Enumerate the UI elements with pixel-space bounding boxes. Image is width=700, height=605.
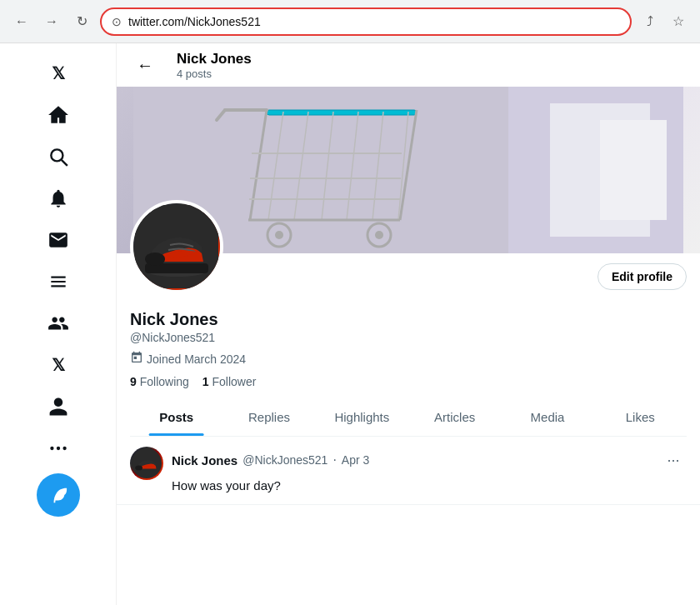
profile-handle: @NickJones521 bbox=[130, 331, 687, 344]
browser-action-buttons: ⤴ ☆ bbox=[638, 10, 690, 33]
profile-display-name: Nick Jones bbox=[130, 310, 687, 329]
profile-header-bar: ← Nick Jones 4 posts bbox=[117, 43, 700, 87]
reload-icon: ↻ bbox=[77, 13, 88, 29]
tweet-separator: · bbox=[332, 452, 336, 468]
more-circle-icon bbox=[48, 438, 69, 459]
forward-nav-button[interactable]: → bbox=[40, 10, 63, 33]
tab-posts[interactable]: Posts bbox=[130, 398, 222, 436]
profile-tabs: Posts Replies Highlights Articles Media … bbox=[130, 398, 687, 437]
person-icon bbox=[48, 396, 69, 418]
x-logo-icon: 𝕏 bbox=[52, 63, 65, 83]
site-icon: ⊙ bbox=[112, 15, 122, 28]
download-button[interactable]: ⤴ bbox=[638, 10, 662, 33]
tweet-avatar bbox=[130, 447, 163, 480]
svg-rect-9 bbox=[267, 110, 417, 115]
joined-text: Joined March 2024 bbox=[147, 352, 246, 366]
back-arrow-icon: ← bbox=[15, 14, 28, 29]
back-nav-button[interactable]: ← bbox=[10, 10, 33, 33]
back-icon: ← bbox=[137, 56, 153, 75]
forward-arrow-icon: → bbox=[45, 14, 58, 29]
profile-info-section: Edit profile Nick Jones @NickJones521 Jo… bbox=[117, 253, 700, 437]
tweet-author-name: Nick Jones bbox=[172, 453, 238, 468]
sidebar-item-x-logo[interactable]: 𝕏 bbox=[38, 53, 78, 93]
svg-point-4 bbox=[62, 447, 66, 450]
svg-point-34 bbox=[135, 466, 142, 471]
url-text: twitter.com/NickJones521 bbox=[128, 15, 620, 28]
tweet-content: Nick Jones @NickJones521 · Apr 3 ··· How… bbox=[172, 447, 687, 494]
sidebar-item-notifications[interactable] bbox=[38, 178, 78, 218]
premium-x-icon: 𝕏 bbox=[52, 355, 65, 375]
ellipsis-icon: ··· bbox=[667, 452, 679, 469]
avatar-image bbox=[133, 203, 220, 290]
following-stat[interactable]: 9 Following bbox=[130, 375, 189, 388]
svg-point-2 bbox=[50, 447, 53, 450]
profile-joined: Joined March 2024 bbox=[130, 351, 687, 367]
svg-line-1 bbox=[61, 160, 67, 166]
tweet-header: Nick Jones @NickJones521 · Apr 3 ··· bbox=[172, 447, 687, 473]
profile-content: ← Nick Jones 4 posts bbox=[117, 43, 700, 605]
svg-rect-8 bbox=[600, 120, 667, 220]
sidebar-item-messages[interactable] bbox=[38, 220, 78, 260]
sidebar-item-search[interactable] bbox=[38, 137, 78, 177]
calendar-icon bbox=[130, 351, 143, 367]
follower-stat[interactable]: 1 Follower bbox=[202, 375, 257, 388]
tweet-author-handle: @NickJones521 bbox=[242, 453, 328, 467]
browser-chrome: ← → ↻ ⊙ twitter.com/NickJones521 ⤴ ☆ bbox=[0, 0, 700, 43]
tweet-date: Apr 3 bbox=[342, 453, 369, 467]
address-bar[interactable]: ⊙ twitter.com/NickJones521 bbox=[100, 8, 632, 36]
follower-count: 1 bbox=[202, 375, 209, 388]
sidebar-item-home[interactable] bbox=[38, 95, 78, 135]
profile-avatar bbox=[130, 200, 223, 293]
bookmarks-icon bbox=[48, 271, 69, 292]
envelope-icon bbox=[48, 229, 69, 251]
bookmark-button[interactable]: ☆ bbox=[667, 10, 690, 33]
edit-profile-button[interactable]: Edit profile bbox=[598, 263, 687, 290]
sidebar: 𝕏 𝕏 bbox=[0, 43, 117, 605]
compose-button[interactable] bbox=[37, 473, 80, 517]
svg-point-0 bbox=[51, 149, 62, 161]
compose-icon bbox=[49, 486, 68, 504]
sidebar-item-more[interactable] bbox=[38, 428, 78, 468]
follower-label: Follower bbox=[212, 375, 257, 388]
tweet-text: How was your day? bbox=[172, 477, 687, 494]
following-count: 9 bbox=[130, 375, 137, 388]
sidebar-item-communities[interactable] bbox=[38, 303, 78, 343]
avatar-sneaker-svg bbox=[135, 205, 218, 288]
profile-stats: 9 Following 1 Follower bbox=[130, 375, 687, 388]
svg-point-32 bbox=[145, 252, 165, 266]
tab-highlights[interactable]: Highlights bbox=[316, 398, 408, 436]
sidebar-item-profile[interactable] bbox=[38, 387, 78, 427]
tab-media[interactable]: Media bbox=[501, 398, 593, 436]
bookmark-icon: ☆ bbox=[672, 13, 684, 29]
tab-articles[interactable]: Articles bbox=[408, 398, 501, 436]
profile-header-name: Nick Jones bbox=[177, 51, 252, 68]
svg-point-26 bbox=[375, 231, 383, 239]
svg-point-3 bbox=[56, 447, 59, 450]
tweet-more-button[interactable]: ··· bbox=[660, 447, 687, 473]
sidebar-item-premium[interactable]: 𝕏 bbox=[38, 345, 78, 385]
following-label: Following bbox=[140, 375, 189, 388]
svg-point-24 bbox=[275, 231, 283, 239]
bell-icon bbox=[48, 188, 69, 209]
tweet-avatar-image bbox=[132, 448, 162, 478]
sidebar-item-bookmarks[interactable] bbox=[38, 262, 78, 302]
download-icon: ⤴ bbox=[647, 14, 653, 29]
reload-button[interactable]: ↻ bbox=[70, 10, 93, 33]
app-layout: 𝕏 𝕏 bbox=[0, 43, 700, 605]
back-button[interactable]: ← bbox=[130, 50, 160, 80]
profile-header-info: Nick Jones 4 posts bbox=[177, 51, 252, 80]
profile-header-posts: 4 posts bbox=[177, 68, 252, 80]
home-icon bbox=[48, 104, 69, 126]
tab-replies[interactable]: Replies bbox=[222, 398, 315, 436]
people-icon bbox=[48, 312, 69, 334]
search-icon bbox=[48, 146, 69, 168]
tab-likes[interactable]: Likes bbox=[594, 398, 687, 436]
tweet-item: Nick Jones @NickJones521 · Apr 3 ··· How… bbox=[117, 437, 700, 505]
